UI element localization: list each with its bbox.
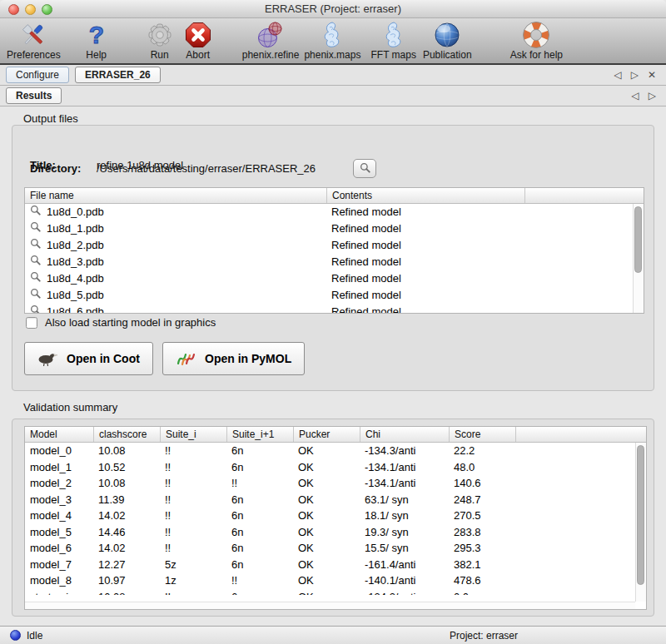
minimize-window-button[interactable]	[25, 4, 36, 15]
validation-row[interactable]: model_810.971z!!OK-140.1/anti478.6	[25, 572, 646, 589]
abort-icon	[184, 20, 212, 49]
toolbar-button-run[interactable]: Run	[146, 20, 174, 61]
file-name-cell: 1u8d_4.pdb	[25, 270, 326, 287]
tab-scroll-left-icon[interactable]: ◁	[614, 69, 621, 81]
open-in-pymol-button[interactable]: Open in PyMOL	[162, 342, 305, 375]
toolbar-button-fft-maps[interactable]: FFT maps	[370, 20, 415, 61]
toolbar-button-help[interactable]: ?Help	[82, 20, 111, 61]
validation-row[interactable]: model_614.02!!6nOK15.5/ syn295.3	[25, 540, 646, 557]
toolbar-button-label: phenix.maps	[304, 49, 360, 61]
validation-cell: 5z	[160, 557, 226, 573]
file-name: 1u8d_3.pdb	[47, 254, 104, 270]
validation-table-body: model_010.08!!6nOK-134.3/anti22.2model_1…	[25, 443, 646, 595]
column-header[interactable]: Contents	[326, 188, 524, 203]
file-row[interactable]: 1u8d_3.pdbRefined model	[25, 254, 644, 270]
scrollbar-thumb[interactable]	[637, 445, 644, 585]
validation-cell	[515, 589, 646, 596]
toolbar-button-publication[interactable]: Publication	[423, 20, 472, 61]
tab-results[interactable]: Results	[6, 87, 62, 104]
file-contents-cell: Refined model	[326, 237, 524, 254]
zoom-window-button[interactable]	[42, 4, 52, 15]
file-row[interactable]: 1u8d_2.pdbRefined model	[25, 237, 644, 254]
validation-cell: 140.6	[449, 475, 515, 492]
tab-scroll-right-icon[interactable]: ▷	[631, 69, 639, 81]
validation-cell: 248.7	[449, 492, 515, 508]
file-row[interactable]: 1u8d_4.pdbRefined model	[25, 270, 644, 287]
validation-table-scrollbar[interactable]	[635, 443, 646, 602]
column-header[interactable]	[515, 427, 646, 442]
browse-directory-button[interactable]	[353, 159, 376, 178]
toolbar-button-ask-for-help[interactable]: Ask for help	[510, 20, 563, 61]
file-row[interactable]: 1u8d_1.pdbRefined model	[25, 220, 644, 237]
validation-cell: 270.5	[449, 508, 515, 524]
file-row[interactable]: 1u8d_0.pdbRefined model	[25, 204, 644, 220]
file-name-cell: 1u8d_6.pdb	[25, 304, 326, 313]
file-name: 1u8d_6.pdb	[47, 304, 104, 313]
scrollbar-thumb[interactable]	[634, 206, 642, 273]
tab-close-icon[interactable]: ✕	[648, 69, 656, 81]
validation-cell: OK	[293, 589, 360, 596]
column-header[interactable]: Suite_i+1	[226, 427, 293, 442]
toolbar-button-preferences[interactable]: Preferences	[7, 20, 61, 61]
column-header[interactable]: Chi	[360, 427, 449, 442]
validation-cell: -140.1/anti	[360, 572, 449, 589]
load-starting-model-checkbox[interactable]	[26, 317, 37, 329]
validation-cell: OK	[293, 508, 360, 524]
tab-erraser-26[interactable]: ERRASER_26	[75, 67, 161, 83]
magnifier-icon	[30, 220, 41, 237]
column-header[interactable]	[524, 188, 644, 203]
validation-cell: -161.4/anti	[360, 557, 449, 573]
validation-row[interactable]: model_414.02!!6nOK18.1/ syn270.5	[25, 508, 646, 524]
column-header[interactable]: Suite_i	[160, 427, 226, 442]
validation-cell: !!	[226, 572, 293, 589]
file-row[interactable]: 1u8d_6.pdbRefined model	[25, 304, 644, 313]
validation-cell: 12.27	[93, 557, 160, 573]
column-header[interactable]: File name	[25, 188, 326, 203]
tab-configure[interactable]: Configure	[6, 67, 69, 83]
close-window-button[interactable]	[8, 4, 19, 15]
output-files-table: File nameContents 1u8d_0.pdbRefined mode…	[24, 187, 644, 314]
tab-scroll-right-icon[interactable]: ▷	[649, 90, 656, 102]
column-header[interactable]: Pucker	[293, 427, 360, 442]
main-tab-nav: ◁ ▷ ✕	[614, 69, 656, 81]
validation-cell: -134.3/anti	[360, 589, 449, 596]
validation-cell: OK	[293, 524, 360, 541]
window-controls	[8, 4, 52, 15]
validation-cell: !!	[160, 524, 226, 541]
validation-cell: !!	[160, 459, 226, 476]
validation-row[interactable]: model_210.08!!!!OK-134.1/anti140.6	[25, 475, 646, 492]
column-header[interactable]: Score	[449, 427, 515, 442]
map-icon	[320, 20, 345, 49]
file-name-cell: 1u8d_5.pdb	[25, 287, 326, 304]
file-contents-cell: Refined model	[326, 220, 524, 237]
file-table-header: File nameContents	[25, 188, 644, 204]
validation-cell: !!	[160, 589, 226, 596]
toolbar-button-phenix-maps[interactable]: phenix.maps	[304, 20, 360, 61]
toolbar-button-phenix-refine[interactable]: phenix.refine	[242, 20, 300, 61]
column-header[interactable]: clashscore	[93, 427, 160, 442]
lifering-icon	[522, 20, 550, 49]
validation-cell: 6n	[226, 443, 293, 459]
column-header[interactable]: Model	[25, 427, 93, 442]
validation-row[interactable]: model_712.275z6nOK-161.4/anti382.1	[25, 557, 646, 573]
validation-row[interactable]: model_010.08!!6nOK-134.3/anti22.2	[25, 443, 646, 459]
output-files-section-label: Output files	[23, 112, 78, 125]
toolbar-button-abort[interactable]: Abort	[184, 20, 212, 61]
validation-cell: 15.5/ syn	[360, 540, 449, 557]
file-name: 1u8d_2.pdb	[47, 237, 104, 254]
validation-cell: -134.1/anti	[360, 459, 449, 476]
validation-cell: 18.1/ syn	[360, 508, 449, 524]
file-table-scrollbar[interactable]	[633, 204, 644, 313]
open-in-coot-button[interactable]: Open in Coot	[24, 342, 153, 375]
magnifier-icon	[30, 304, 41, 313]
validation-row[interactable]: start_min10.08!!6nOK-134.3/anti0.0	[25, 589, 646, 596]
validation-table-hscrollbar[interactable]	[25, 602, 635, 609]
validation-cell: 10.52	[93, 459, 160, 476]
validation-row[interactable]: model_311.39!!6nOK63.1/ syn248.7	[25, 492, 646, 508]
file-row[interactable]: 1u8d_5.pdbRefined model	[25, 287, 644, 304]
validation-row[interactable]: model_514.46!!6nOK19.3/ syn283.8	[25, 524, 646, 541]
validation-row[interactable]: model_110.52!!6nOK-134.1/anti48.0	[25, 459, 646, 476]
validation-cell: 6n	[226, 492, 293, 508]
tab-scroll-left-icon[interactable]: ◁	[632, 90, 639, 102]
validation-cell: OK	[293, 475, 360, 492]
